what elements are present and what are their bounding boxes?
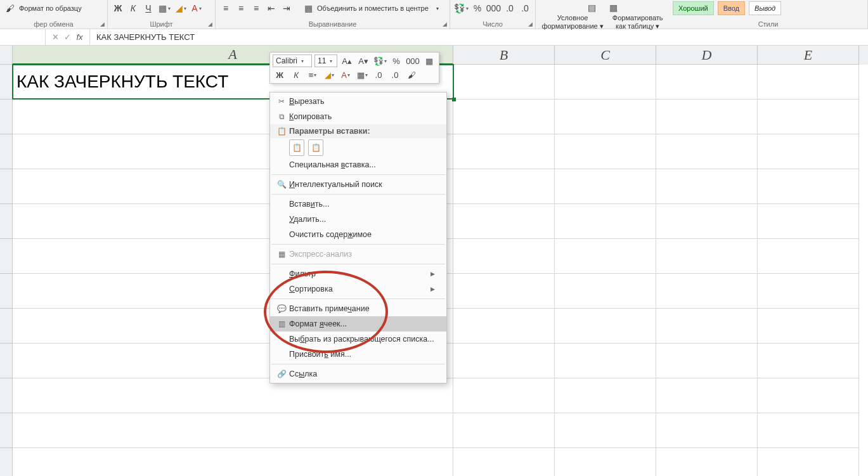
decrease-indent-button[interactable]: ⇤ (265, 2, 278, 15)
paste-option-values[interactable]: 📋 (308, 139, 323, 156)
increase-decimal-button[interactable]: .0 (503, 2, 516, 15)
cell[interactable] (758, 134, 859, 169)
menu-insert[interactable]: Вставить... (270, 196, 446, 212)
row-header[interactable] (0, 448, 13, 476)
mini-align-button[interactable]: ≡ (306, 68, 320, 81)
format-as-table-label[interactable]: Форматироватькак таблицу ▾ (612, 14, 663, 30)
cell[interactable] (453, 448, 555, 476)
bold-button[interactable]: Ж (112, 2, 124, 15)
column-header-c[interactable]: C (555, 46, 656, 65)
cell[interactable] (13, 378, 453, 413)
cell[interactable] (758, 65, 859, 100)
menu-pick-from-list[interactable]: Выбрать из раскрывающегося списка... (270, 331, 446, 347)
decrease-decimal-button[interactable]: .0 (519, 2, 531, 15)
column-header-d[interactable]: D (656, 46, 758, 65)
confirm-icon[interactable]: ✓ (64, 32, 71, 42)
align-top-button[interactable]: ≡ (219, 2, 232, 15)
cell[interactable] (656, 378, 758, 413)
cell[interactable] (758, 344, 859, 378)
row-header[interactable] (0, 204, 13, 239)
italic-button[interactable]: К (127, 2, 139, 15)
cell[interactable] (758, 204, 859, 239)
comma-style-button[interactable]: 000 (486, 2, 501, 15)
row-header[interactable] (0, 100, 13, 134)
percent-button[interactable]: % (471, 2, 484, 15)
mini-percent-button[interactable]: % (389, 55, 403, 67)
row-header[interactable] (0, 413, 13, 448)
cell[interactable] (656, 413, 758, 448)
row-header[interactable] (0, 344, 13, 378)
row-header[interactable] (0, 274, 13, 309)
format-painter-icon[interactable]: 🖌 (4, 2, 16, 15)
mini-comma-button[interactable]: 000 (406, 55, 420, 67)
cell[interactable] (656, 344, 758, 378)
row-header[interactable] (0, 134, 13, 169)
cell[interactable] (453, 204, 555, 239)
cell[interactable] (555, 134, 656, 169)
cell[interactable] (453, 239, 555, 274)
cell[interactable] (453, 65, 555, 100)
mini-increase-decimal-button[interactable]: .0 (388, 68, 402, 81)
cancel-icon[interactable]: ✕ (52, 32, 59, 42)
merge-dropdown-icon[interactable]: ▾ (431, 2, 444, 15)
cell-style-input[interactable]: Ввод (718, 1, 745, 15)
number-format-dropdown[interactable]: 💱 (454, 2, 469, 15)
menu-cut[interactable]: ✂ Вырезать (270, 94, 446, 109)
menu-delete[interactable]: Удалить... (270, 212, 446, 227)
cell[interactable] (13, 413, 453, 448)
dialog-launcher-icon[interactable]: ◢ (441, 20, 448, 28)
menu-filter[interactable]: Фильтр▶ (270, 266, 446, 281)
decrease-font-icon[interactable]: A▾ (356, 55, 370, 67)
cell[interactable] (555, 274, 656, 309)
align-middle-button[interactable]: ≡ (235, 2, 247, 15)
fx-icon[interactable]: fx (76, 32, 82, 42)
cell[interactable] (555, 309, 656, 344)
cell[interactable] (453, 413, 555, 448)
merge-icon[interactable]: ▦ (302, 2, 314, 15)
cell[interactable] (758, 100, 859, 134)
cell[interactable] (656, 65, 758, 100)
cell[interactable] (453, 274, 555, 309)
name-box[interactable] (0, 29, 46, 45)
dialog-launcher-icon[interactable]: ◢ (98, 20, 106, 28)
formula-input[interactable]: КАК ЗАЧЕРКНУТЬ ТЕКСТ (90, 29, 868, 45)
mini-font-color-button[interactable]: A (339, 68, 353, 81)
cell[interactable] (758, 309, 859, 344)
fill-color-button[interactable]: ◢ (174, 2, 188, 15)
increase-font-icon[interactable]: A▴ (340, 55, 354, 67)
menu-clear-contents[interactable]: Очистить содержимое (270, 227, 446, 242)
mini-bold-button[interactable]: Ж (273, 68, 287, 81)
cell[interactable] (453, 134, 555, 169)
cell[interactable] (453, 169, 555, 204)
merge-center-label[interactable]: Объединить и поместить в центре (317, 4, 429, 12)
menu-assign-name[interactable]: Присвоить имя... (270, 347, 446, 362)
cell[interactable] (555, 378, 656, 413)
cell[interactable] (555, 448, 656, 476)
cell[interactable] (555, 169, 656, 204)
cell[interactable] (656, 239, 758, 274)
format-painter-label[interactable]: Формат по образцу (19, 4, 82, 12)
select-all-corner[interactable] (0, 46, 13, 65)
cell[interactable] (555, 239, 656, 274)
mini-accounting-format-button[interactable]: 💱 (373, 55, 387, 67)
cell-style-output[interactable]: Вывод (749, 1, 781, 15)
mini-font-select[interactable]: Calibri▾ (273, 55, 312, 67)
mini-format-painter-icon[interactable]: 🖌 (405, 68, 418, 81)
align-bottom-button[interactable]: ≡ (250, 2, 262, 15)
conditional-formatting-icon[interactable]: ▤ (585, 1, 598, 14)
cell[interactable] (758, 413, 859, 448)
mini-format-icon[interactable]: ▦ (422, 55, 436, 67)
cell[interactable] (555, 204, 656, 239)
row-header[interactable] (0, 378, 13, 413)
menu-insert-comment[interactable]: 💬 Вставить примечание (270, 301, 446, 316)
format-as-table-icon[interactable]: ▦ (607, 1, 619, 14)
font-color-button[interactable]: A (190, 2, 203, 15)
column-header-b[interactable]: B (453, 46, 555, 65)
row-header[interactable] (0, 65, 13, 100)
cell[interactable] (656, 309, 758, 344)
row-header[interactable] (0, 239, 13, 274)
increase-indent-button[interactable]: ⇥ (280, 2, 293, 15)
cell[interactable] (656, 169, 758, 204)
menu-sort[interactable]: Сортировка▶ (270, 281, 446, 297)
menu-link[interactable]: 🔗 Ссылка (270, 366, 446, 382)
